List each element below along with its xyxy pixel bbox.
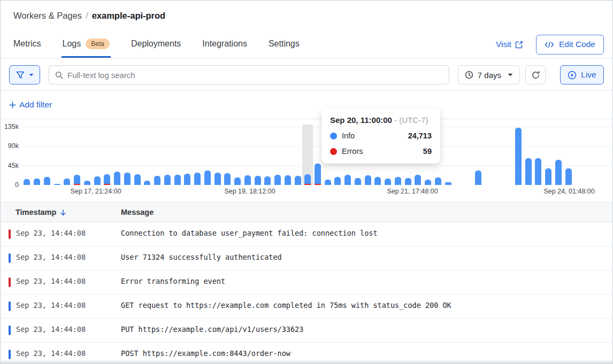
log-volume-bar[interactable]	[144, 181, 150, 185]
table-row[interactable]: Sep 23, 14:44:08 User 71324 successfully…	[1, 246, 612, 270]
refresh-button[interactable]	[525, 65, 546, 84]
log-volume-bar[interactable]	[34, 179, 40, 185]
log-timestamp: Sep 23, 14:44:08	[16, 253, 86, 261]
refresh-icon	[531, 71, 540, 80]
timestamp-header-label: Timestamp	[16, 208, 56, 216]
log-message: Error transforming event	[121, 277, 225, 285]
log-volume-bar[interactable]	[315, 164, 321, 185]
log-volume-bar[interactable]	[365, 175, 371, 185]
gridline	[22, 127, 613, 127]
log-volume-bar[interactable]	[184, 174, 190, 185]
log-volume-bar[interactable]	[84, 181, 90, 185]
log-volume-bar[interactable]	[295, 176, 301, 185]
log-volume-chart: 135k90k45k0Sep 17, 21:24:00Sep 19, 18:12…	[1, 119, 613, 200]
log-volume-bar[interactable]	[164, 175, 171, 185]
log-volume-bar[interactable]	[304, 174, 311, 185]
log-volume-bar[interactable]	[475, 171, 481, 185]
log-volume-bar[interactable]	[204, 171, 211, 185]
top-bar: Workers & Pages/example-api-prod Metrics…	[1, 1, 612, 58]
log-volume-bar[interactable]	[334, 177, 341, 185]
message-column-header: Message	[121, 203, 154, 222]
tooltip-series-value: 59	[423, 147, 432, 156]
filter-row: 7 days Live	[9, 65, 604, 84]
log-volume-bar[interactable]	[525, 158, 532, 185]
log-volume-bar[interactable]	[325, 180, 331, 185]
log-volume-bar[interactable]	[124, 173, 131, 185]
log-volume-bar[interactable]	[104, 174, 110, 185]
log-volume-bar[interactable]	[374, 177, 381, 185]
log-volume-bar[interactable]	[395, 177, 401, 185]
log-volume-bar[interactable]	[405, 178, 411, 185]
log-volume-bar[interactable]	[425, 180, 431, 185]
breadcrumb-parent[interactable]: Workers & Pages	[13, 11, 82, 20]
log-volume-bar[interactable]	[94, 176, 101, 185]
log-volume-bar[interactable]	[24, 179, 30, 185]
log-volume-bar[interactable]	[255, 176, 261, 185]
log-volume-bar[interactable]	[64, 179, 70, 185]
table-row[interactable]: Sep 23, 14:44:08 GET request to https://…	[1, 295, 612, 319]
breadcrumb-separator: /	[86, 11, 88, 20]
log-volume-bar[interactable]	[134, 174, 141, 185]
live-button[interactable]: Live	[560, 65, 604, 84]
log-volume-bar[interactable]	[515, 128, 522, 185]
search-input[interactable]	[67, 71, 443, 80]
tab-integrations[interactable]: Integrations	[202, 30, 247, 58]
log-volume-bar[interactable]	[224, 173, 231, 185]
tooltip-row-info: Info 24,713	[330, 131, 432, 140]
log-volume-bar[interactable]	[234, 177, 241, 185]
log-volume-bar[interactable]	[545, 168, 551, 185]
tab-deployments[interactable]: Deployments	[131, 30, 181, 58]
plus-icon	[9, 102, 16, 109]
time-range-dropdown[interactable]: 7 days	[458, 65, 520, 84]
log-volume-bar[interactable]	[174, 175, 181, 185]
beta-badge: Beta	[86, 38, 110, 49]
gridline	[22, 146, 613, 146]
log-volume-bar[interactable]	[285, 175, 291, 185]
log-volume-bar[interactable]	[415, 175, 421, 185]
tab-logs[interactable]: Logs Beta	[63, 30, 110, 58]
tooltip-header: Sep 20, 11:00:00 - (UTC-7)	[330, 115, 432, 125]
add-filter-button[interactable]: Add filter	[9, 100, 52, 110]
log-volume-bar[interactable]	[194, 173, 201, 185]
filter-menu-button[interactable]	[9, 65, 40, 84]
edit-code-button[interactable]: Edit Code	[536, 35, 604, 55]
log-volume-bar[interactable]	[74, 175, 80, 185]
log-message: Connection to database user_payment fail…	[121, 229, 378, 237]
time-range-label: 7 days	[478, 71, 501, 80]
table-row[interactable]: Sep 23, 14:44:08 Error transforming even…	[1, 270, 612, 295]
table-row[interactable]: Sep 23, 14:44:08 Connection to database …	[1, 222, 612, 246]
log-message: User 71324 successfully authenticated	[121, 253, 282, 261]
log-volume-bar[interactable]	[445, 182, 451, 185]
log-volume-bar[interactable]	[244, 175, 251, 185]
log-level-indicator	[9, 301, 11, 311]
log-volume-bar[interactable]	[385, 179, 391, 185]
tooltip-time: Sep 20, 11:00:00	[330, 115, 392, 125]
log-volume-bar[interactable]	[54, 184, 60, 185]
tab-label: Integrations	[202, 39, 247, 49]
log-level-indicator	[9, 350, 11, 359]
tab-metrics[interactable]: Metrics	[13, 30, 41, 58]
log-volume-bar[interactable]	[154, 176, 160, 185]
page-title: example-api-prod	[92, 11, 166, 20]
timestamp-column-header[interactable]: Timestamp	[16, 203, 66, 222]
log-volume-bar[interactable]	[435, 177, 441, 185]
tab-settings[interactable]: Settings	[269, 30, 300, 58]
log-volume-bar[interactable]	[535, 158, 541, 185]
log-message: GET request to https://example.com compl…	[121, 301, 451, 309]
log-volume-bar[interactable]	[264, 176, 271, 185]
log-volume-bar[interactable]	[274, 175, 281, 185]
log-volume-bar[interactable]	[355, 178, 361, 185]
visit-link[interactable]: Visit	[496, 40, 523, 49]
log-volume-bar[interactable]	[214, 173, 221, 185]
x-axis-tick-label: Sep 19, 18:12:00	[224, 188, 275, 195]
log-volume-bar[interactable]	[555, 160, 562, 185]
log-level-indicator	[9, 277, 11, 287]
log-volume-bar[interactable]	[565, 168, 572, 185]
log-volume-bar[interactable]	[44, 177, 50, 185]
table-row[interactable]: Sep 23, 14:44:08 PUT https://example.com…	[1, 319, 612, 343]
log-volume-bar[interactable]	[114, 172, 120, 185]
info-dot-icon	[330, 133, 337, 140]
tab-label: Metrics	[13, 39, 41, 49]
log-level-indicator	[9, 253, 11, 263]
log-volume-bar[interactable]	[344, 175, 351, 185]
